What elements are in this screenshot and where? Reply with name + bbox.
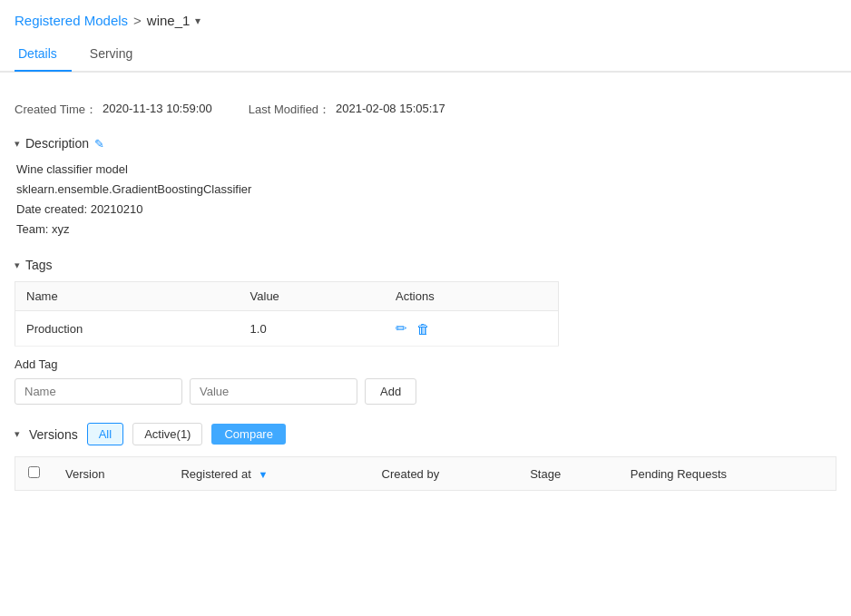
main-content: Created Time： 2020-11-13 10:59:00 Last M…	[0, 87, 851, 523]
edit-tag-icon[interactable]: ✏	[396, 320, 407, 337]
meta-row: Created Time： 2020-11-13 10:59:00 Last M…	[15, 102, 836, 118]
created-label: Created Time：	[15, 102, 97, 118]
description-toggle-icon[interactable]: ▾	[15, 138, 20, 150]
breadcrumb-separator: >	[133, 13, 142, 28]
modified-value: 2021-02-08 15:05:17	[336, 102, 445, 118]
tabs-container: Details Serving	[0, 39, 851, 72]
tag-actions-cell: ✏ 🗑	[385, 311, 558, 347]
tags-toggle-icon[interactable]: ▾	[15, 259, 20, 271]
versions-col-version: Version	[53, 457, 168, 491]
table-row: Production 1.0 ✏ 🗑	[15, 311, 559, 347]
tags-header: ▾ Tags	[15, 258, 836, 272]
description-line-1: Wine classifier model	[16, 160, 836, 180]
description-edit-icon[interactable]: ✎	[94, 137, 104, 151]
breadcrumb-parent-link[interactable]: Registered Models	[15, 13, 128, 28]
tags-section: ▾ Tags Name Value Actions Production 1.0…	[15, 258, 836, 405]
description-content: Wine classifier model sklearn.ensemble.G…	[16, 160, 836, 240]
versions-section: ▾ Versions All Active(1) Compare Version…	[15, 423, 836, 491]
tag-name-input[interactable]	[15, 378, 182, 405]
modified-label: Last Modified：	[249, 102, 330, 118]
versions-header-row: Version Registered at ▼ Created by Stage…	[15, 457, 836, 491]
versions-title: Versions	[29, 427, 78, 442]
tags-table-header-row: Name Value Actions	[15, 282, 559, 311]
versions-col-stage: Stage	[517, 457, 618, 491]
breadcrumb: Registered Models > wine_1 ▾	[15, 13, 201, 28]
versions-table: Version Registered at ▼ Created by Stage…	[15, 456, 836, 491]
tags-col-name: Name	[15, 282, 240, 311]
versions-col-checkbox	[15, 457, 54, 491]
versions-col-registered-at: Registered at ▼	[168, 457, 368, 491]
description-header: ▾ Description ✎	[15, 136, 836, 151]
breadcrumb-current: wine_1	[147, 13, 191, 28]
tags-col-value: Value	[240, 282, 386, 311]
tab-details[interactable]: Details	[15, 39, 72, 72]
add-tag-label: Add Tag	[15, 357, 836, 371]
modified-time: Last Modified： 2021-02-08 15:05:17	[249, 102, 445, 118]
description-line-4: Team: xyz	[16, 220, 836, 240]
created-time: Created Time： 2020-11-13 10:59:00	[15, 102, 212, 118]
versions-col-pending: Pending Requests	[618, 457, 836, 491]
versions-col-created-by: Created by	[369, 457, 518, 491]
tags-title: Tags	[25, 258, 53, 272]
tag-value-cell: 1.0	[240, 311, 386, 347]
tags-table: Name Value Actions Production 1.0 ✏ 🗑	[15, 281, 559, 347]
add-tag-button[interactable]: Add	[365, 378, 416, 405]
sort-icon[interactable]: ▼	[258, 469, 268, 480]
description-line-2: sklearn.ensemble.GradientBoostingClassif…	[16, 180, 836, 200]
add-tag-row: Add	[15, 378, 836, 405]
action-icons-container: ✏ 🗑	[396, 320, 547, 337]
tab-serving[interactable]: Serving	[86, 39, 147, 72]
description-title: Description	[25, 136, 89, 151]
versions-toggle-icon[interactable]: ▾	[15, 428, 20, 440]
compare-button[interactable]: Compare	[211, 424, 285, 445]
versions-header: ▾ Versions All Active(1) Compare	[15, 423, 836, 445]
tags-col-actions: Actions	[385, 282, 558, 311]
tag-name-cell: Production	[15, 311, 240, 347]
model-dropdown-icon[interactable]: ▾	[195, 15, 201, 27]
created-value: 2020-11-13 10:59:00	[103, 102, 212, 118]
delete-tag-icon[interactable]: 🗑	[416, 321, 430, 337]
description-line-3: Date created: 20210210	[16, 200, 836, 220]
tabs-divider	[0, 72, 851, 73]
filter-active-button[interactable]: Active(1)	[132, 423, 202, 445]
select-all-checkbox[interactable]	[28, 466, 40, 478]
description-section: ▾ Description ✎ Wine classifier model sk…	[15, 136, 836, 240]
filter-all-button[interactable]: All	[87, 423, 123, 445]
tag-value-input[interactable]	[190, 378, 357, 405]
header: Registered Models > wine_1 ▾	[0, 0, 851, 28]
